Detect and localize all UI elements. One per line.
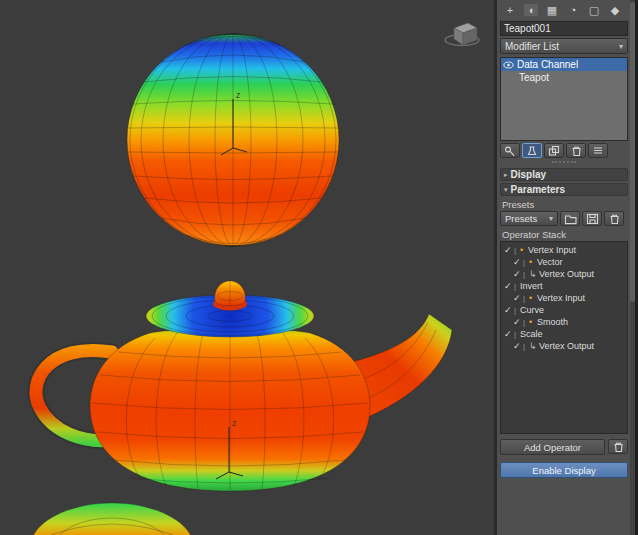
remove-modifier-button[interactable]: [566, 143, 586, 158]
presets-dropdown-label: Presets: [505, 213, 537, 224]
visibility-icon[interactable]: [503, 61, 514, 69]
operator-checkbox[interactable]: ✓: [504, 305, 512, 315]
save-preset-button[interactable]: [582, 211, 602, 226]
delete-preset-button[interactable]: [604, 211, 624, 226]
operator-actions: Add Operator: [500, 439, 628, 455]
tab-hierarchy[interactable]: ▦: [545, 4, 559, 17]
operator-checkbox[interactable]: ✓: [504, 281, 512, 291]
branch-arrow-icon: ↳: [529, 269, 537, 279]
operator-label: Vertex Output: [539, 269, 594, 279]
operator-row[interactable]: ✓ | Invert: [502, 280, 626, 292]
viewport-canvas: Z: [0, 0, 497, 535]
operator-checkbox[interactable]: ✓: [513, 317, 521, 327]
operator-label: Vertex Input: [537, 293, 585, 303]
operator-checkbox[interactable]: ✓: [513, 257, 521, 267]
panel-scrollbar[interactable]: [630, 0, 635, 535]
make-unique-button[interactable]: [544, 143, 564, 158]
operator-handle: |: [523, 270, 527, 279]
operator-row[interactable]: ✓ | Curve: [502, 304, 626, 316]
rollout-parameters[interactable]: ▾ Parameters: [500, 183, 628, 196]
operator-checkbox[interactable]: ✓: [513, 269, 521, 279]
operator-label: Vertex Output: [539, 341, 594, 351]
operator-label: Vertex Input: [528, 245, 576, 255]
operator-row[interactable]: ✓ | • Smooth: [502, 316, 626, 328]
rollout-display[interactable]: ▸ Display: [500, 168, 628, 181]
branch-arrow-icon: ↳: [529, 341, 537, 351]
presets-toolbar: Presets ▾: [500, 211, 628, 226]
operator-label: Vector: [537, 257, 563, 267]
teapot-object[interactable]: Z: [36, 281, 452, 491]
operator-handle: |: [523, 258, 527, 267]
operator-handle: |: [514, 246, 518, 255]
modifier-stack-list: Data Channel Teapot: [500, 57, 628, 141]
pin-stack-button[interactable]: [500, 143, 520, 158]
operator-type-icon: •: [520, 245, 526, 255]
delete-operator-button[interactable]: [608, 439, 628, 454]
operator-checkbox[interactable]: ✓: [504, 329, 512, 339]
tab-create[interactable]: +: [503, 4, 517, 16]
operator-handle: |: [514, 306, 518, 315]
viewport[interactable]: Z: [0, 0, 497, 535]
chevron-down-icon: ▾: [549, 214, 553, 223]
tab-motion[interactable]: ◔: [566, 4, 580, 16]
rollout-label: Parameters: [511, 184, 565, 195]
scrollbar-thumb[interactable]: [630, 2, 635, 302]
operator-stack-list: ✓ | • Vertex Input ✓ | • Vector ✓ | ↳ Ve…: [500, 241, 628, 434]
modifier-label: Teapot: [519, 72, 549, 83]
presets-label: Presets: [502, 199, 626, 210]
command-panel: + ◖ ▦ ◔ ▢ ◆ Modifier List ▾ Data Channel: [497, 0, 635, 535]
add-operator-button[interactable]: Add Operator: [500, 439, 605, 455]
operator-label: Curve: [520, 305, 544, 315]
operator-row[interactable]: ✓ | • Vector: [502, 256, 626, 268]
show-end-result-button[interactable]: [522, 143, 542, 158]
panel-grip: [500, 158, 628, 166]
modifier-label: Data Channel: [517, 59, 578, 70]
operator-label: Smooth: [537, 317, 568, 327]
operator-handle: |: [514, 330, 518, 339]
configure-modifier-sets-button[interactable]: [588, 143, 608, 158]
operator-handle: |: [523, 318, 527, 327]
modifier-list-label: Modifier List: [505, 41, 559, 52]
operator-stack-label: Operator Stack: [502, 229, 626, 240]
rollout-label: Display: [511, 169, 547, 180]
rollout-expanded-icon: ▾: [504, 186, 508, 194]
viewcube[interactable]: [445, 23, 479, 46]
operator-row[interactable]: ✓ | • Vertex Input: [502, 292, 626, 304]
operator-checkbox[interactable]: ✓: [504, 245, 512, 255]
operator-handle: |: [523, 342, 527, 351]
operator-row[interactable]: ✓ | ↳ Vertex Output: [502, 340, 626, 352]
load-preset-button[interactable]: [560, 211, 580, 226]
operator-handle: |: [523, 294, 527, 303]
operator-row[interactable]: ✓ | ↳ Vertex Output: [502, 268, 626, 280]
operator-checkbox[interactable]: ✓: [513, 341, 521, 351]
operator-type-icon: •: [529, 257, 535, 267]
operator-handle: |: [514, 282, 518, 291]
operator-row[interactable]: ✓ | • Vertex Input: [502, 244, 626, 256]
enable-display-button[interactable]: Enable Display: [500, 462, 628, 478]
modifier-list-dropdown[interactable]: Modifier List ▾: [500, 38, 628, 54]
partial-object[interactable]: [30, 503, 194, 535]
presets-dropdown[interactable]: Presets ▾: [500, 211, 558, 226]
modifier-stack-item-data-channel[interactable]: Data Channel: [501, 58, 627, 71]
operator-checkbox[interactable]: ✓: [513, 293, 521, 303]
3ds-max-window: Z: [0, 0, 638, 535]
tab-modify[interactable]: ◖: [524, 4, 538, 16]
command-panel-tabs: + ◖ ▦ ◔ ▢ ◆: [500, 0, 628, 18]
operator-type-icon: •: [529, 293, 535, 303]
operator-type-icon: •: [529, 317, 535, 327]
chevron-down-icon: ▾: [619, 42, 623, 51]
object-name-field[interactable]: [500, 21, 628, 36]
operator-row[interactable]: ✓ | Scale: [502, 328, 626, 340]
sphere-object[interactable]: Z: [127, 34, 339, 246]
axis-label: Z: [236, 92, 241, 99]
rollout-collapsed-icon: ▸: [504, 171, 508, 179]
modifier-stack-item-teapot[interactable]: Teapot: [501, 71, 627, 84]
tab-display[interactable]: ▢: [587, 4, 601, 17]
operator-label: Scale: [520, 329, 543, 339]
operator-label: Invert: [520, 281, 543, 291]
modifier-stack-toolbar: [500, 143, 628, 158]
axis-label: Z: [232, 420, 237, 427]
tab-utilities[interactable]: ◆: [608, 4, 622, 17]
